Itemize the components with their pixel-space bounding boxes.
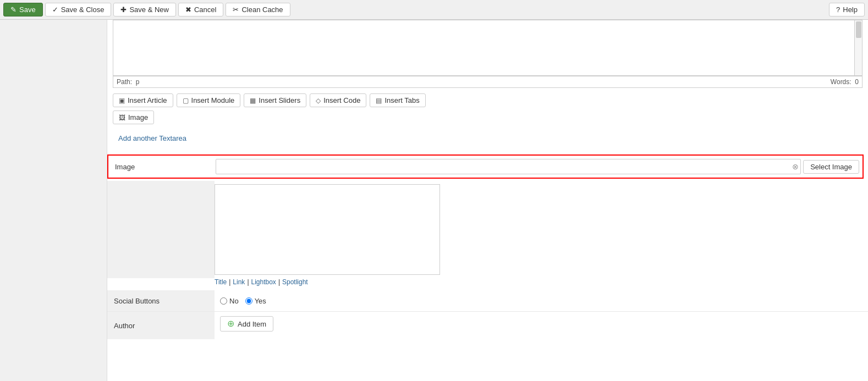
author-label: Author — [107, 312, 215, 339]
editor-path: Path: p — [117, 78, 139, 86]
select-image-label: Select Image — [810, 163, 852, 171]
save-new-label: Save & New — [129, 5, 169, 14]
caption-title-link[interactable]: Title — [215, 278, 227, 286]
article-icon: ▣ — [119, 97, 125, 104]
insert-tabs-label: Insert Tabs — [384, 96, 419, 104]
save-button[interactable]: ✎ Save — [3, 3, 43, 16]
image-button[interactable]: 🖼 Image — [113, 111, 154, 124]
image-button-label: Image — [128, 113, 148, 122]
caption-sep1: | — [227, 278, 233, 286]
author-value: ⊕ Add Item — [215, 312, 279, 336]
social-buttons-value: No Yes — [215, 294, 272, 308]
insert-article-label: Insert Article — [128, 96, 167, 104]
editor-footer: Path: p Words: 0 — [113, 76, 862, 88]
checkmark-icon: ✓ — [52, 5, 58, 14]
editor-content[interactable] — [113, 20, 862, 75]
editor-scrollbar[interactable] — [854, 20, 862, 75]
clean-cache-label: Clean Cache — [241, 5, 283, 14]
image-icon: 🖼 — [119, 114, 125, 122]
add-item-icon: ⊕ — [227, 319, 234, 328]
help-icon: ? — [836, 5, 840, 14]
insert-sliders-label: Insert Sliders — [259, 96, 300, 104]
code-icon: ◇ — [316, 97, 321, 104]
toolbar: ✎ Save ✓ Save & Close ✚ Save & New ✖ Can… — [0, 0, 868, 20]
x-circle-icon: ✖ — [185, 5, 191, 14]
insert-code-label: Insert Code — [323, 96, 360, 104]
select-image-button[interactable]: Select Image — [803, 160, 859, 174]
insert-module-label: Insert Module — [191, 96, 235, 104]
editor-box — [113, 20, 862, 76]
content-area: Path: p Words: 0 ▣ Insert Article ▢ Inse… — [107, 20, 868, 381]
insert-module-button[interactable]: ▢ Insert Module — [177, 93, 241, 107]
social-no-radio[interactable] — [220, 297, 227, 305]
add-item-label: Add Item — [238, 320, 266, 328]
sliders-icon: ▦ — [250, 97, 256, 104]
save-new-button[interactable]: ✚ Save & New — [113, 3, 176, 16]
cancel-label: Cancel — [194, 5, 216, 14]
add-item-button[interactable]: ⊕ Add Item — [220, 316, 273, 332]
caption-lightbox-link[interactable]: Lightbox — [251, 278, 276, 286]
editor-words: Words: 0 — [831, 78, 859, 86]
social-yes-option[interactable]: Yes — [245, 297, 266, 305]
image-preview-box — [215, 184, 440, 275]
image-input-wrapper: ⊗ — [216, 159, 801, 174]
save-close-label: Save & Close — [61, 5, 105, 14]
module-icon: ▢ — [183, 97, 189, 104]
tabs-icon: ▤ — [376, 97, 382, 104]
broom-icon: ✂ — [233, 5, 239, 14]
social-yes-radio[interactable] — [245, 297, 252, 305]
plus-icon: ✚ — [120, 5, 127, 14]
add-textarea-link[interactable]: Add another Textarea — [113, 130, 862, 149]
image-preview-sidebar — [107, 181, 215, 278]
image-clear-button[interactable]: ⊗ — [792, 163, 799, 170]
save-close-button[interactable]: ✓ Save & Close — [45, 3, 112, 16]
insert-tabs-button[interactable]: ▤ Insert Tabs — [370, 93, 425, 107]
author-row: Author ⊕ Add Item — [107, 312, 868, 339]
add-textarea-label: Add another Textarea — [118, 134, 186, 142]
image-preview-section — [107, 181, 868, 278]
cancel-button[interactable]: ✖ Cancel — [178, 3, 223, 16]
social-yes-label: Yes — [255, 297, 266, 305]
caption-link-link[interactable]: Link — [233, 278, 245, 286]
help-label: Help — [843, 5, 858, 14]
image-row: Image ⊗ Select Image — [107, 154, 864, 179]
social-no-option[interactable]: No — [220, 297, 239, 305]
save-label: Save — [19, 5, 36, 14]
insert-code-button[interactable]: ◇ Insert Code — [310, 93, 366, 107]
editor-wrapper: Path: p Words: 0 — [107, 20, 868, 88]
caption-sep2: | — [245, 278, 251, 286]
insert-buttons-row: ▣ Insert Article ▢ Insert Module ▦ Inser… — [107, 88, 868, 111]
insert-sliders-button[interactable]: ▦ Insert Sliders — [244, 93, 306, 107]
image-input[interactable] — [216, 159, 801, 174]
caption-spotlight-link[interactable]: Spotlight — [282, 278, 308, 286]
insert-article-button[interactable]: ▣ Insert Article — [113, 93, 173, 107]
scrollbar-thumb — [856, 21, 861, 38]
image-button-row: 🖼 Image — [107, 111, 868, 128]
clean-cache-button[interactable]: ✂ Clean Cache — [226, 3, 290, 16]
sidebar — [0, 20, 107, 381]
social-buttons-label: Social Buttons — [107, 290, 215, 311]
social-buttons-radio-group: No Yes — [220, 297, 266, 305]
main-layout: Path: p Words: 0 ▣ Insert Article ▢ Inse… — [0, 20, 868, 381]
image-preview-content — [215, 181, 440, 278]
add-textarea-wrapper: Add another Textarea — [107, 128, 868, 154]
image-field-label: Image — [108, 163, 216, 171]
save-icon: ✎ — [10, 5, 17, 14]
caption-sep3: | — [276, 278, 282, 286]
social-buttons-row: Social Buttons No Yes — [107, 290, 868, 312]
image-caption-links: Title | Link | Lightbox | Spotlight — [215, 278, 868, 290]
help-button[interactable]: ? Help — [829, 3, 865, 16]
social-no-label: No — [229, 297, 239, 305]
